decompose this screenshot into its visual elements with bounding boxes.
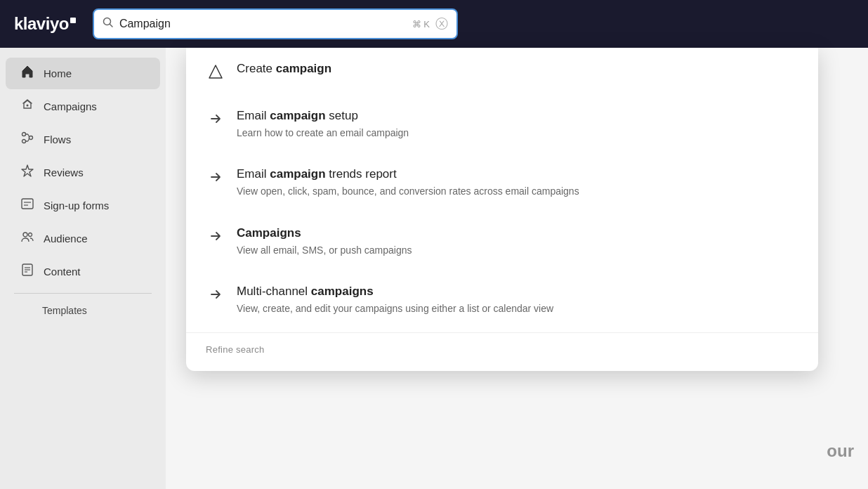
svg-point-10	[23, 233, 27, 237]
sidebar-divider	[14, 293, 152, 294]
campaigns-nav-icon	[206, 226, 225, 246]
create-campaign-icon	[206, 62, 225, 82]
sidebar-item-content[interactable]: Content	[6, 256, 160, 287]
sidebar-item-flows[interactable]: Flows	[6, 124, 160, 155]
svg-marker-16	[209, 65, 222, 78]
campaigns-nav-title: Campaigns	[237, 225, 798, 242]
search-dropdown: Create campaign Email campaign setup Lea…	[186, 48, 818, 371]
sidebar-item-label-signup-forms: Sign-up forms	[44, 200, 109, 211]
signup-forms-icon	[20, 197, 35, 214]
home-icon	[20, 65, 35, 82]
svg-rect-7	[22, 199, 33, 209]
logo: klaviyo	[14, 14, 76, 34]
search-container: ⌘ K ⓧ	[93, 8, 458, 39]
search-box: ⌘ K ⓧ	[93, 8, 458, 39]
email-campaign-trends-title: Email campaign trends report	[237, 166, 798, 183]
create-campaign-title: Create campaign	[237, 60, 798, 77]
dropdown-item-create-campaign[interactable]: Create campaign	[186, 48, 818, 95]
sidebar-item-label-content: Content	[44, 266, 81, 278]
sidebar-item-audience[interactable]: Audience	[6, 223, 160, 254]
email-campaign-setup-content: Email campaign setup Learn how to create…	[237, 107, 798, 140]
reviews-icon	[20, 164, 35, 181]
dropdown-item-multi-channel[interactable]: Multi-channel campaigns View, create, an…	[186, 270, 818, 329]
campaigns-nav-content: Campaigns View all email, SMS, or push c…	[237, 225, 798, 257]
audience-icon	[20, 230, 35, 247]
logo-dot	[70, 18, 76, 23]
svg-marker-6	[22, 165, 33, 176]
dropdown-item-email-campaign-setup[interactable]: Email campaign setup Learn how to create…	[186, 95, 818, 153]
bg-partial-text: our	[827, 441, 854, 461]
multi-channel-title: Multi-channel campaigns	[237, 283, 798, 300]
search-clear-icon[interactable]: ⓧ	[435, 15, 448, 32]
sidebar-item-home[interactable]: Home	[6, 58, 160, 89]
search-shortcut: ⌘ K	[412, 19, 430, 30]
email-campaign-setup-subtitle: Learn how to create an email campaign	[237, 126, 798, 141]
sidebar-item-label-flows: Flows	[44, 133, 71, 145]
campaigns-icon	[20, 98, 35, 115]
svg-point-11	[29, 233, 32, 237]
refine-search-section: Refine search	[186, 332, 818, 360]
email-campaign-trends-icon	[206, 167, 225, 187]
sidebar-sub-item-label-templates: Templates	[42, 305, 87, 316]
search-icon	[103, 17, 114, 31]
dropdown-item-campaigns-nav[interactable]: Campaigns View all email, SMS, or push c…	[186, 212, 818, 270]
svg-point-3	[22, 133, 26, 136]
sidebar-item-label-audience: Audience	[44, 233, 88, 244]
search-input[interactable]	[119, 18, 407, 30]
sidebar-item-label-campaigns: Campaigns	[44, 100, 97, 112]
multi-channel-subtitle: View, create, and edit your campaigns us…	[237, 302, 798, 316]
refine-search-label: Refine search	[206, 344, 265, 355]
svg-point-2	[27, 105, 29, 107]
content-icon	[20, 263, 35, 280]
sidebar-item-signup-forms[interactable]: Sign-up forms	[6, 190, 160, 221]
svg-line-1	[110, 25, 112, 27]
sidebar-item-label-home: Home	[44, 67, 72, 79]
email-campaign-trends-subtitle: View open, click, spam, bounce, and conv…	[237, 185, 798, 199]
email-campaign-setup-title: Email campaign setup	[237, 107, 798, 124]
svg-point-4	[29, 136, 33, 140]
email-campaign-setup-icon	[206, 109, 225, 129]
sidebar-item-label-reviews: Reviews	[44, 167, 84, 178]
create-campaign-content: Create campaign	[237, 60, 798, 77]
email-campaign-trends-content: Email campaign trends report View open, …	[237, 166, 798, 198]
dropdown-item-email-campaign-trends[interactable]: Email campaign trends report View open, …	[186, 153, 818, 211]
sidebar-sub-item-templates[interactable]: Templates	[6, 299, 160, 322]
sidebar-item-reviews[interactable]: Reviews	[6, 157, 160, 188]
svg-point-5	[22, 140, 26, 143]
flows-icon	[20, 131, 35, 148]
sidebar-item-campaigns[interactable]: Campaigns	[6, 91, 160, 122]
top-bar: klaviyo ⌘ K ⓧ	[0, 0, 868, 48]
sidebar: Home Campaigns Flows Re	[0, 48, 166, 489]
campaigns-nav-subtitle: View all email, SMS, or push campaigns	[237, 244, 798, 258]
multi-channel-icon	[206, 285, 225, 304]
multi-channel-content: Multi-channel campaigns View, create, an…	[237, 283, 798, 315]
